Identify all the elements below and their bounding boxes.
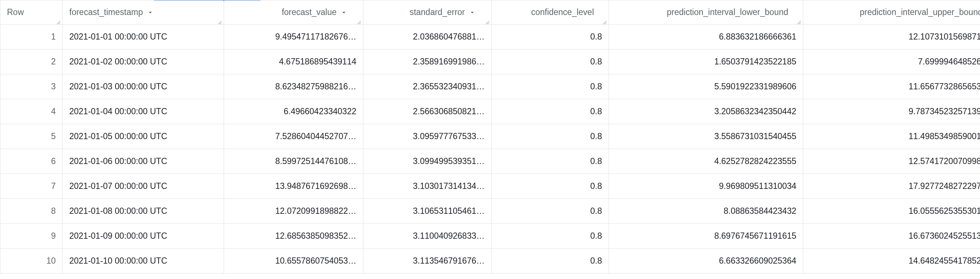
cell-forecast-value: 8.62348275988216… xyxy=(224,75,363,99)
cell-prediction-upper: 9.7873452325713952 xyxy=(803,99,980,124)
cell-prediction-lower: 6.663326609025364 xyxy=(609,249,803,274)
column-header-prediction-upper[interactable]: prediction_interval_upper_bound xyxy=(803,0,980,25)
resize-handle-icon[interactable] xyxy=(55,17,61,24)
cell-forecast-timestamp: 2021-01-09 00:00:00 UTC xyxy=(63,224,224,249)
cell-forecast-value: 8.59972514476108… xyxy=(224,149,363,174)
column-label: prediction_interval_lower_bound xyxy=(667,7,788,17)
column-label: standard_error xyxy=(409,7,465,17)
cell-row-index: 2 xyxy=(0,49,63,75)
cell-prediction-lower: 9.969809511310034 xyxy=(609,174,803,199)
dropdown-icon[interactable] xyxy=(468,8,477,17)
column-header-confidence-level[interactable]: confidence_level xyxy=(492,0,609,25)
table-row: 12021-01-01 00:00:00 UTC9.49547117182676… xyxy=(0,25,980,49)
dropdown-icon[interactable] xyxy=(339,8,348,17)
cell-row-index: 7 xyxy=(0,174,63,199)
cell-standard-error: 3.095977767533… xyxy=(363,124,492,149)
cell-prediction-lower: 8.6976745671191615 xyxy=(609,224,803,249)
results-table: Row forecast_timestamp forecast_value xyxy=(0,0,980,274)
cell-confidence-level: 0.8 xyxy=(492,25,609,49)
cell-prediction-lower: 4.6252782824223555 xyxy=(609,149,803,174)
cell-forecast-timestamp: 2021-01-06 00:00:00 UTC xyxy=(63,149,224,174)
cell-prediction-lower: 3.2058632342350442 xyxy=(609,99,803,124)
resize-handle-icon[interactable] xyxy=(795,17,802,24)
cell-forecast-value: 9.49547117182676… xyxy=(224,25,363,49)
column-label: Row xyxy=(7,7,24,17)
column-header-row[interactable]: Row xyxy=(0,0,63,25)
cell-standard-error: 3.113546791676… xyxy=(363,249,492,274)
cell-forecast-value: 12.6856385098352… xyxy=(224,224,363,249)
cell-forecast-timestamp: 2021-01-08 00:00:00 UTC xyxy=(63,199,224,224)
cell-row-index: 4 xyxy=(0,99,63,124)
cell-standard-error: 2.036860476881… xyxy=(363,25,492,49)
column-header-forecast-timestamp[interactable]: forecast_timestamp xyxy=(63,0,224,25)
cell-prediction-lower: 3.5586731031540455 xyxy=(609,124,803,149)
table-row: 82021-01-08 00:00:00 UTC12.0720991898822… xyxy=(0,199,980,224)
cell-prediction-upper: 7.69999464852601 xyxy=(803,49,980,75)
cell-row-index: 6 xyxy=(0,149,63,174)
cell-forecast-timestamp: 2021-01-04 00:00:00 UTC xyxy=(63,99,224,124)
table-row: 72021-01-07 00:00:00 UTC13.9487671692698… xyxy=(0,174,980,199)
cell-prediction-lower: 8.08863584423432 xyxy=(609,199,803,224)
cell-forecast-timestamp: 2021-01-02 00:00:00 UTC xyxy=(63,49,224,75)
table-row: 52021-01-05 00:00:00 UTC7.52860404452707… xyxy=(0,124,980,149)
cell-prediction-lower: 5.5901922331989606 xyxy=(609,75,803,99)
cell-standard-error: 3.099499539351… xyxy=(363,149,492,174)
cell-row-index: 3 xyxy=(0,75,63,99)
cell-row-index: 9 xyxy=(0,224,63,249)
cell-forecast-timestamp: 2021-01-01 00:00:00 UTC xyxy=(63,25,224,49)
cell-confidence-level: 0.8 xyxy=(492,249,609,274)
cell-prediction-upper: 17.927724827229738 xyxy=(803,174,980,199)
cell-prediction-upper: 11.498534985900113 xyxy=(803,124,980,149)
resize-handle-icon[interactable] xyxy=(484,17,490,24)
cell-row-index: 8 xyxy=(0,199,63,224)
cell-row-index: 5 xyxy=(0,124,63,149)
cell-prediction-upper: 12.107310156987168 xyxy=(803,25,980,49)
column-label: confidence_level xyxy=(531,7,594,17)
cell-row-index: 10 xyxy=(0,249,63,274)
cell-forecast-value: 10.6557860754053… xyxy=(224,249,363,274)
resize-handle-icon[interactable] xyxy=(601,17,607,24)
table-row: 22021-01-02 00:00:00 UTC4.67518689543911… xyxy=(0,49,980,75)
cell-confidence-level: 0.8 xyxy=(492,49,609,75)
table-row: 62021-01-06 00:00:00 UTC8.59972514476108… xyxy=(0,149,980,174)
cell-confidence-level: 0.8 xyxy=(492,174,609,199)
cell-confidence-level: 0.8 xyxy=(492,75,609,99)
table-header-row: Row forecast_timestamp forecast_value xyxy=(0,0,980,25)
cell-forecast-value: 4.675186895439114 xyxy=(224,49,363,75)
cell-prediction-lower: 6.883632186666361 xyxy=(609,25,803,49)
cell-standard-error: 3.103017314134… xyxy=(363,174,492,199)
dropdown-icon[interactable] xyxy=(146,8,155,17)
cell-prediction-upper: 16.055562535530161 xyxy=(803,199,980,224)
cell-row-index: 1 xyxy=(0,25,63,49)
table-row: 92021-01-09 00:00:00 UTC12.6856385098352… xyxy=(0,224,980,249)
cell-confidence-level: 0.8 xyxy=(492,224,609,249)
cell-confidence-level: 0.8 xyxy=(492,199,609,224)
table-row: 102021-01-10 00:00:00 UTC10.655786075405… xyxy=(0,249,980,274)
cell-prediction-lower: 1.6503791423522185 xyxy=(609,49,803,75)
cell-forecast-timestamp: 2021-01-07 00:00:00 UTC xyxy=(63,174,224,199)
column-header-prediction-lower[interactable]: prediction_interval_lower_bound xyxy=(609,0,803,25)
cell-forecast-value: 12.0720991898822… xyxy=(224,199,363,224)
cell-forecast-timestamp: 2021-01-10 00:00:00 UTC xyxy=(63,249,224,274)
cell-standard-error: 2.358916991986… xyxy=(363,49,492,75)
cell-confidence-level: 0.8 xyxy=(492,99,609,124)
cell-forecast-value: 13.9487671692698… xyxy=(224,174,363,199)
cell-prediction-upper: 12.574172007099813 xyxy=(803,149,980,174)
cell-standard-error: 2.566306850821… xyxy=(363,99,492,124)
resize-handle-icon[interactable] xyxy=(356,17,361,24)
column-label: forecast_timestamp xyxy=(69,7,143,17)
cell-forecast-timestamp: 2021-01-03 00:00:00 UTC xyxy=(63,75,224,99)
cell-confidence-level: 0.8 xyxy=(492,124,609,149)
cell-standard-error: 2.365532340931… xyxy=(363,75,492,99)
cell-prediction-upper: 16.673602452551354 xyxy=(803,224,980,249)
cell-confidence-level: 0.8 xyxy=(492,149,609,174)
cell-standard-error: 3.110040926833… xyxy=(363,224,492,249)
cell-prediction-upper: 14.648245541785265 xyxy=(803,249,980,274)
column-header-standard-error[interactable]: standard_error xyxy=(363,0,492,25)
resize-handle-icon[interactable] xyxy=(216,17,222,24)
cell-forecast-timestamp: 2021-01-05 00:00:00 UTC xyxy=(63,124,224,149)
table-row: 32021-01-03 00:00:00 UTC8.62348275988216… xyxy=(0,75,980,99)
column-label: forecast_value xyxy=(282,7,337,17)
cell-forecast-value: 7.52860404452707… xyxy=(224,124,363,149)
column-header-forecast-value[interactable]: forecast_value xyxy=(224,0,363,25)
